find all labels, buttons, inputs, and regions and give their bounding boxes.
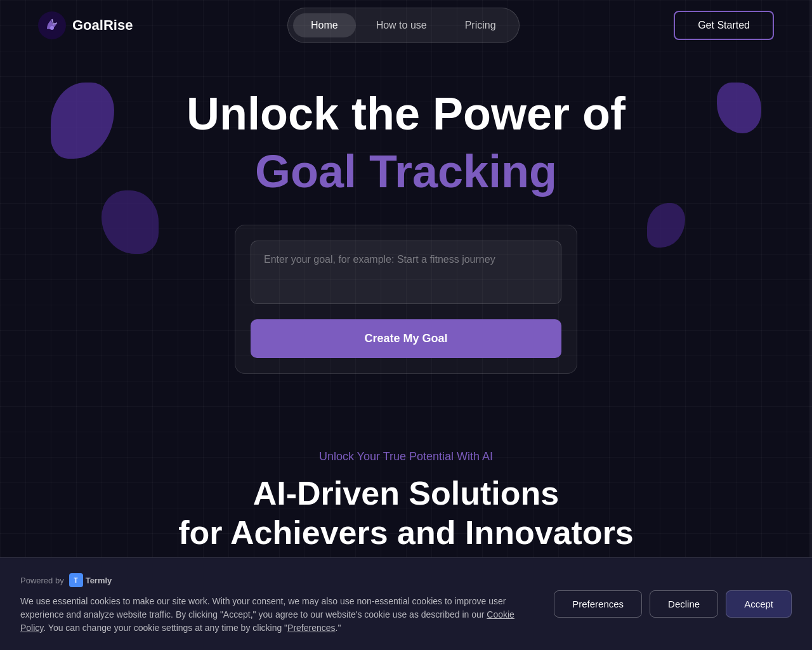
preferences-inline-link[interactable]: Preferences bbox=[287, 623, 335, 633]
cookie-body-text: We use essential cookies to make our sit… bbox=[20, 595, 539, 635]
logo-icon bbox=[38, 11, 66, 39]
termly-icon: T bbox=[69, 573, 83, 587]
create-goal-button[interactable]: Create My Goal bbox=[251, 319, 561, 358]
navbar: GoalRise Home How to use Pricing Get Sta… bbox=[0, 0, 812, 51]
termly-name: Termly bbox=[86, 576, 112, 585]
cookie-powered-by: Powered by T Termly bbox=[20, 573, 539, 587]
ai-section: Unlock Your True Potential With AI AI-Dr… bbox=[0, 399, 812, 578]
section-heading-line1: AI-Driven Solutions bbox=[13, 474, 799, 513]
accept-button[interactable]: Accept bbox=[726, 590, 792, 618]
get-started-button[interactable]: Get Started bbox=[674, 11, 774, 40]
powered-by-text: Powered by bbox=[20, 576, 64, 585]
logo-text: GoalRise bbox=[72, 17, 133, 34]
hero-heading-line2: Goal Tracking bbox=[13, 144, 799, 199]
nav-how-to-use[interactable]: How to use bbox=[358, 13, 445, 37]
goal-input[interactable] bbox=[251, 241, 561, 304]
hero-section: Unlock the Power of Goal Tracking Create… bbox=[0, 51, 812, 399]
scrollbar-edge bbox=[809, 0, 812, 650]
cookie-banner: Powered by T Termly We use essential coo… bbox=[0, 557, 812, 650]
preferences-button[interactable]: Preferences bbox=[554, 590, 642, 618]
nav-links-container: Home How to use Pricing bbox=[287, 8, 520, 43]
logo-link[interactable]: GoalRise bbox=[38, 11, 133, 39]
section-heading-line2: for Achievers and Innovators bbox=[13, 513, 799, 552]
svg-point-1 bbox=[50, 26, 54, 30]
cookie-content: Powered by T Termly We use essential coo… bbox=[20, 573, 539, 635]
goal-card: Create My Goal bbox=[235, 225, 577, 374]
cookie-buttons: Preferences Decline Accept bbox=[554, 590, 792, 618]
nav-pricing[interactable]: Pricing bbox=[447, 13, 514, 37]
decline-button[interactable]: Decline bbox=[650, 590, 718, 618]
section-subtitle: Unlock Your True Potential With AI bbox=[13, 450, 799, 463]
nav-home[interactable]: Home bbox=[293, 13, 356, 37]
hero-heading-line1: Unlock the Power of bbox=[13, 89, 799, 139]
termly-logo: T Termly bbox=[69, 573, 112, 587]
